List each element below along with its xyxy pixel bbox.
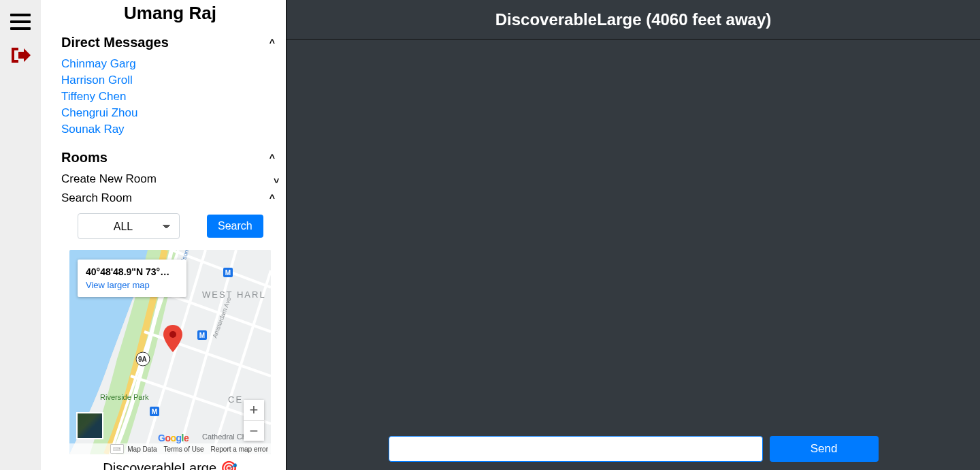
google-logo: Google	[158, 433, 189, 443]
user-name: Umang Raj	[61, 0, 279, 31]
rooms-header-label: Rooms	[61, 150, 108, 166]
dm-contact[interactable]: Chinmay Garg	[61, 57, 136, 70]
map-label-riverside: Riverside Park	[100, 393, 149, 401]
message-input[interactable]	[389, 436, 763, 462]
map-label-westharlem: WEST HARL	[202, 289, 266, 300]
zoom-out-button[interactable]: −	[244, 420, 264, 441]
zoom-controls: + −	[244, 400, 264, 441]
selected-room[interactable]: DiscoverableLarge 🎯	[61, 457, 279, 470]
rooms-header[interactable]: Rooms ^	[61, 146, 279, 170]
room-name-label: DiscoverableLarge	[103, 460, 216, 470]
chevron-up-icon: ^	[270, 37, 279, 48]
terms-link[interactable]: Terms of Use	[164, 445, 204, 453]
hamburger-icon[interactable]	[10, 14, 31, 30]
metro-icon: M	[150, 407, 159, 416]
target-icon: 🎯	[220, 460, 238, 470]
report-error-link[interactable]: Report a map error	[211, 445, 268, 453]
search-row: ALL Search	[61, 208, 279, 246]
view-larger-map-link[interactable]: View larger map	[86, 280, 178, 290]
direct-messages-header[interactable]: Direct Messages ^	[61, 31, 279, 54]
chevron-up-icon: ^	[270, 193, 279, 204]
map-data-link[interactable]: Map Data	[127, 445, 157, 453]
map-pin-icon	[163, 325, 182, 355]
map-coords: 40°48'48.9"N 73°…	[86, 266, 178, 277]
dm-list: Chinmay Garg Harrison Groll Tiffeny Chen…	[61, 54, 279, 146]
zoom-in-button[interactable]: +	[244, 400, 264, 420]
icon-rail	[0, 0, 41, 470]
dm-contact[interactable]: Harrison Groll	[61, 74, 133, 87]
svg-text:9A: 9A	[138, 356, 147, 363]
create-room-label: Create New Room	[61, 172, 157, 186]
map[interactable]: Riverside Park WEST HARL Amsterdam Ave H…	[69, 250, 271, 454]
metro-icon: M	[197, 330, 207, 340]
chat-panel: DiscoverableLarge (4060 feet away) Send	[286, 0, 980, 470]
dm-contact[interactable]: Tiffeny Chen	[61, 90, 126, 103]
satellite-toggle[interactable]	[76, 412, 103, 439]
send-button[interactable]: Send	[770, 436, 879, 462]
create-new-room[interactable]: Create New Room ^	[61, 170, 279, 189]
chat-footer: Send	[287, 436, 980, 470]
svg-point-11	[169, 331, 176, 338]
map-info-box: 40°48'48.9"N 73°… View larger map	[78, 260, 186, 297]
chat-header: DiscoverableLarge (4060 feet away)	[287, 0, 980, 40]
search-button[interactable]: Search	[207, 215, 263, 238]
metro-icon: M	[223, 268, 233, 277]
sign-out-icon[interactable]	[10, 46, 31, 67]
chevron-up-icon: ^	[270, 153, 279, 163]
search-room-label: Search Room	[61, 191, 132, 205]
dm-header-label: Direct Messages	[61, 35, 169, 50]
dm-contact[interactable]: Chengrui Zhou	[61, 106, 137, 119]
chat-messages	[287, 40, 980, 436]
chevron-down-icon: ^	[270, 174, 279, 185]
room-filter-select[interactable]: ALL	[78, 213, 180, 239]
dm-contact[interactable]: Sounak Ray	[61, 123, 125, 136]
map-label-ce: CE	[228, 394, 243, 405]
chat-title: DiscoverableLarge (4060 feet away)	[495, 10, 772, 29]
map-attribution: Map Data Terms of Use Report a map error	[69, 443, 271, 454]
search-room[interactable]: Search Room ^	[61, 189, 279, 208]
sidebar: Umang Raj Direct Messages ^ Chinmay Garg…	[41, 0, 286, 470]
